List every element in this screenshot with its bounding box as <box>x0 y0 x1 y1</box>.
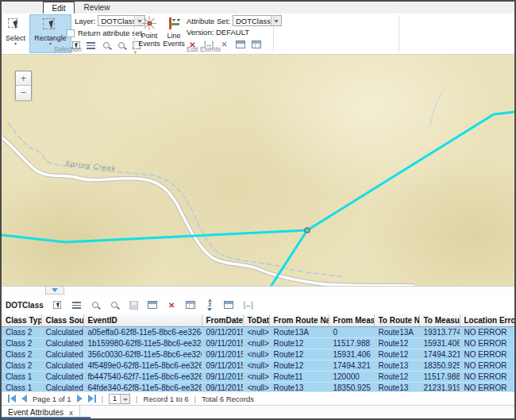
table-cell[interactable]: 11517.988 <box>419 371 460 382</box>
zoom-out-button[interactable]: − <box>16 86 31 100</box>
route-line-west[interactable] <box>2 230 307 242</box>
tab-review[interactable]: Review <box>78 2 116 13</box>
column-header[interactable]: To Route Name <box>374 314 419 326</box>
close-icon[interactable]: x <box>69 409 73 417</box>
table-cell[interactable]: Class 1 <box>2 371 41 382</box>
table-cell[interactable]: Class 2 <box>2 349 41 360</box>
table-cell[interactable]: NO ERROR <box>460 360 514 371</box>
table-cell[interactable]: NO ERROR <box>460 326 514 337</box>
pan-to-selected-icon[interactable] <box>109 299 121 310</box>
attribute-set-combo[interactable]: DOTClass <box>233 15 282 26</box>
table-cell[interactable]: 09/11/2015 <box>202 337 243 349</box>
layer-value: DOTClass <box>98 17 134 25</box>
table-cell[interactable]: 09/11/2015 <box>202 360 243 371</box>
column-header[interactable]: From Route Name <box>269 314 329 326</box>
column-header[interactable]: To Measure <box>419 314 460 326</box>
table-cell[interactable]: <null> <box>243 349 269 360</box>
table-cell[interactable]: <null> <box>243 371 269 382</box>
collapse-arrow-icon <box>52 288 58 292</box>
table-cell[interactable]: Route12 <box>374 371 419 382</box>
table-cell[interactable]: Route12 <box>374 337 419 349</box>
table-cell[interactable]: 0 <box>329 326 374 337</box>
table-cell[interactable]: NO ERROR <box>460 371 514 382</box>
first-page-button[interactable] <box>8 395 16 403</box>
column-header[interactable]: Location Error <box>460 314 514 326</box>
table-cell[interactable]: 09/11/2015 <box>202 326 243 337</box>
table-cell[interactable]: 19313.774 <box>419 326 460 337</box>
table-cell[interactable]: Class 2 <box>2 326 41 337</box>
table-cell[interactable]: 17494.321 <box>329 360 374 371</box>
table-cell[interactable]: 18350.925 <box>419 360 460 371</box>
table-row[interactable]: Class 2Calculated4f5489e0-62f8-11e5-8bc6… <box>2 360 514 371</box>
column-header[interactable]: EventID <box>83 314 202 326</box>
page-number-caret-icon[interactable] <box>120 395 129 403</box>
next-page-button[interactable] <box>77 395 83 403</box>
table-row[interactable]: Class 1Calculatedfb447540-62f7-11e5-8bc6… <box>2 371 514 382</box>
table-row[interactable]: Class 2Calculated1b159980-62f8-11e5-8bc6… <box>2 337 514 349</box>
select-features-icon[interactable] <box>52 299 64 310</box>
table-cell[interactable]: <null> <box>243 326 269 337</box>
pagination-bar: Page 1 of 1 | 1 | Record 1 to 6 | Total … <box>2 391 514 405</box>
table-cell[interactable]: 356c0030-62f8-11e5-8bc6-ee32641d5ec9 <box>83 349 202 360</box>
table-row[interactable]: Class 2Calculated356c0030-62f8-11e5-8bc6… <box>2 349 514 360</box>
table-cell[interactable]: Route12 <box>374 349 419 360</box>
add-records-icon[interactable] <box>185 299 197 310</box>
table-cell[interactable]: Calculated <box>41 326 83 337</box>
table-cell[interactable]: Route13A <box>374 326 419 337</box>
column-header[interactable]: From Measure <box>329 314 374 326</box>
zoom-in-button[interactable]: + <box>16 71 31 86</box>
list-icon[interactable] <box>71 299 83 310</box>
column-header[interactable]: Class Type <box>2 314 41 326</box>
table-cell[interactable]: 120000 <box>329 371 374 382</box>
table-cell[interactable]: 15931.406 <box>419 337 460 349</box>
column-header[interactable]: Class Source <box>41 314 83 326</box>
table-cell[interactable]: Calculated <box>41 360 83 371</box>
table-cell[interactable]: Calculated <box>41 337 83 349</box>
table-cell[interactable]: Calculated <box>41 371 83 382</box>
table-cell[interactable]: 4f5489e0-62f8-11e5-8bc6-ee32641d5ec9 <box>83 360 202 371</box>
table-cell[interactable]: 17494.321 <box>419 349 460 360</box>
tab-edit[interactable]: Edit <box>43 2 75 13</box>
last-page-button[interactable] <box>88 395 96 403</box>
table-cell[interactable]: <null> <box>243 337 269 349</box>
collapse-panel-button[interactable] <box>45 286 64 295</box>
previous-page-button[interactable] <box>21 395 27 403</box>
column-header[interactable]: ToDate <box>243 314 269 326</box>
table-cell[interactable]: 15931.406 <box>329 349 374 360</box>
table-cell[interactable]: 1b159980-62f8-11e5-8bc6-ee32641d5ec9 <box>83 337 202 349</box>
sort-icon[interactable]: AZ <box>204 299 216 310</box>
table-cell[interactable]: Route12 <box>269 360 329 371</box>
table-cell[interactable]: Route13A <box>269 326 329 337</box>
delete-selected-icon[interactable]: ✕ <box>166 299 178 310</box>
column-header[interactable]: FromDate <box>202 314 243 326</box>
route-line-northeast[interactable] <box>307 112 514 230</box>
table-cell[interactable]: NO ERROR <box>460 337 514 349</box>
application-window: Map Edit Review Select ▾ Rectangle ▾ Lay… <box>0 0 516 420</box>
page-number-combo[interactable]: 1 <box>109 394 130 404</box>
table-cell[interactable]: Class 2 <box>2 360 41 371</box>
open-panel-icon[interactable] <box>223 299 235 310</box>
table-cell[interactable]: Class 2 <box>2 337 41 349</box>
map-canvas[interactable]: Spring Creek + − <box>2 55 514 286</box>
table-cell[interactable]: 11517.988 <box>329 337 374 349</box>
table-row[interactable]: Class 2Calculateda05effa0-62f8-11e5-8bc6… <box>2 326 514 337</box>
table-cell[interactable]: a05effa0-62f8-11e5-8bc6-ee32641d5ec9 <box>83 326 202 337</box>
table-cell[interactable]: <null> <box>243 360 269 371</box>
table-cell[interactable]: Route13 <box>374 360 419 371</box>
return-attribute-set-row[interactable]: Return attribute set <box>67 29 142 37</box>
measure-range-icon[interactable]: [↔] <box>242 299 254 310</box>
table-cell[interactable]: Route11 <box>269 371 329 382</box>
table-cell[interactable]: Route12 <box>269 349 329 360</box>
table-cell[interactable]: 09/11/2015 <box>202 349 243 360</box>
table-cell[interactable]: Route12 <box>269 337 329 349</box>
table-cell[interactable]: fb447540-62f7-11e5-8bc6-ee32641d5ec9 <box>83 371 202 382</box>
zoom-to-selected-icon[interactable] <box>90 299 102 310</box>
return-attribute-set-checkbox[interactable] <box>67 29 75 37</box>
table-cell[interactable]: 09/11/2015 <box>202 371 243 382</box>
attribute-window-icon[interactable] <box>147 299 159 310</box>
attribute-set-dropdown-caret-icon[interactable] <box>271 16 281 25</box>
table-cell[interactable]: Calculated <box>41 349 83 360</box>
route-junction-vertex[interactable] <box>305 228 310 233</box>
save-icon[interactable] <box>128 299 140 310</box>
table-cell[interactable]: NO ERROR <box>460 349 514 360</box>
